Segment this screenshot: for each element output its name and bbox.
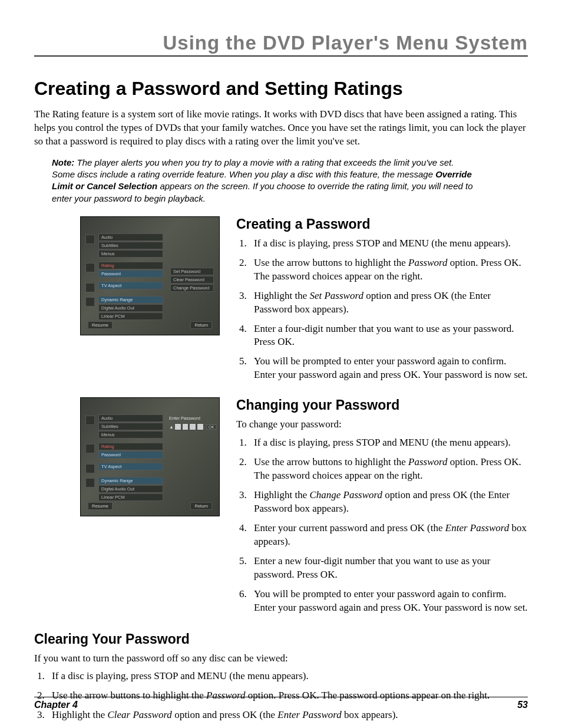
menu-item: Linear PCM xyxy=(98,493,163,501)
menu-item-selected: Password xyxy=(98,451,163,459)
menu-item: TV Aspect xyxy=(98,282,163,289)
step: You will be prompted to enter your passw… xyxy=(249,588,528,615)
menu-item: Subtitles xyxy=(98,423,163,430)
submenu-item: Change Password xyxy=(170,284,214,292)
return-button: Return xyxy=(190,502,212,510)
step: If a disc is playing, press STOP and MEN… xyxy=(249,436,528,450)
running-header: Using the DVD Player's Menu System xyxy=(34,32,528,57)
joystick-icon xyxy=(85,235,95,244)
steps-list-1: If a disc is playing, press STOP and MEN… xyxy=(236,237,528,382)
lead-text: To change your password: xyxy=(236,418,528,431)
step: Highlight the Set Password option and pr… xyxy=(249,289,528,317)
step: Enter a new four-digit number that you w… xyxy=(249,555,528,582)
submenu: Set Password Clear Password Change Passw… xyxy=(170,268,214,292)
menu-item: Rating xyxy=(98,262,163,269)
menu-item: Digital Audio Out xyxy=(98,485,163,493)
chapter-label: Chapter 4 xyxy=(34,700,78,710)
screenshot-1: Audio Subtitles Menus Rating Password xyxy=(80,216,220,335)
lead-text: If you want to turn the password off so … xyxy=(34,652,528,666)
step: Use the arrow buttons to highlight the P… xyxy=(249,456,528,483)
menu-item: Audio xyxy=(98,233,163,241)
resume-button: Resume xyxy=(88,502,113,510)
steps-list-2: If a disc is playing, press STOP and MEN… xyxy=(236,436,528,614)
enter-password-box: Enter Password ▲ OK xyxy=(169,416,216,430)
step: Enter a four-digit number that you want … xyxy=(249,322,528,350)
step: Highlight the Clear Password option and … xyxy=(47,709,528,722)
page-number: 53 xyxy=(517,700,528,710)
menu-item: Audio xyxy=(98,414,163,422)
step: You will be prompted to enter your passw… xyxy=(249,355,528,382)
resume-button: Resume xyxy=(88,321,113,329)
menu-item: Digital Audio Out xyxy=(98,304,163,312)
tv-icon xyxy=(85,283,95,292)
intro-paragraph: The Rating feature is a system sort of l… xyxy=(34,108,528,149)
section-heading: Changing your Password xyxy=(236,397,528,413)
step: Use the arrow buttons to highlight the P… xyxy=(249,256,528,284)
menu-item-selected: Password xyxy=(98,270,163,278)
step: Enter your current password and press OK… xyxy=(249,522,528,549)
menu-item: Subtitles xyxy=(98,242,163,249)
section-heading: Clearing Your Password xyxy=(34,631,528,647)
speaker-icon xyxy=(85,297,95,307)
lock-icon xyxy=(85,263,95,272)
menu-item: Linear PCM xyxy=(98,312,163,320)
menu-item: TV Aspect xyxy=(98,463,163,470)
menu-item: Dynamic Range xyxy=(98,477,163,485)
step: Highlight the Change Password option and… xyxy=(249,489,528,516)
tv-icon xyxy=(85,464,95,473)
page-title: Creating a Password and Setting Ratings xyxy=(34,78,528,100)
step: If a disc is playing, press STOP and MEN… xyxy=(249,237,528,251)
menu-item: Rating xyxy=(98,443,163,450)
menu-item: Menus xyxy=(98,431,163,439)
joystick-icon xyxy=(85,416,95,425)
note-text-1: The player alerts you when you try to pl… xyxy=(52,157,454,179)
note-block: Note: The player alerts you when you try… xyxy=(52,157,476,205)
submenu-item: Clear Password xyxy=(170,276,214,284)
section-heading: Creating a Password xyxy=(236,216,528,232)
menu-item: Dynamic Range xyxy=(98,296,163,304)
page-footer: Chapter 4 53 xyxy=(34,697,528,710)
screenshot-2: Audio Subtitles Menus Rating Password xyxy=(80,397,220,516)
lock-icon xyxy=(85,444,95,453)
step: If a disc is playing, press STOP and MEN… xyxy=(47,670,528,683)
note-label: Note: xyxy=(52,157,74,167)
submenu-item: Set Password xyxy=(170,268,214,275)
menu-item: Menus xyxy=(98,250,163,258)
ok-button: OK xyxy=(207,424,216,430)
speaker-icon xyxy=(85,478,95,487)
return-button: Return xyxy=(190,321,212,329)
